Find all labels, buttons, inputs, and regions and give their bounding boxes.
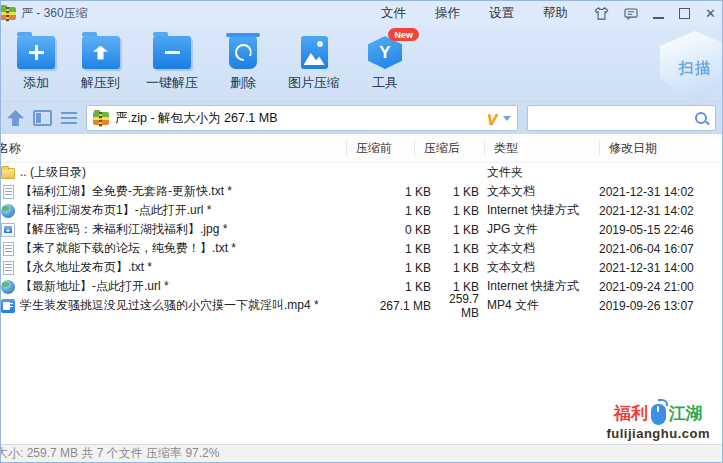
search-icon[interactable]	[695, 112, 707, 124]
column-header-date[interactable]: 修改日期	[599, 140, 722, 156]
360zip-window: 严 - 360压缩 文件操作设置帮助 ✕ 添加解压到一键解压删除图片压缩New工…	[0, 0, 723, 463]
minimize-icon[interactable]	[653, 9, 664, 19]
brand-v-icon: V	[487, 110, 497, 127]
size-before: 1 KB	[333, 280, 431, 294]
column-header-type[interactable]: 类型	[484, 140, 599, 156]
file-name-cell: 【最新地址】-点此打开.url *	[1, 278, 333, 295]
file-type: Internet 快捷方式	[479, 202, 599, 219]
file-list: 名称 压缩前 压缩后 类型 修改日期 .. (上级目录)文件夹【福利江湖】全免费…	[1, 134, 722, 315]
status-bar: 大小: 259.7 MB 共 7 个文件 压缩率 97.2%	[1, 444, 722, 462]
size-before: 267.1 MB	[333, 299, 431, 313]
size-before: 0 KB	[333, 223, 431, 237]
column-header-size-before[interactable]: 压缩前	[346, 140, 414, 156]
table-row[interactable]: 【福利江湖发布页1】-点此打开.url *1 KB1 KBInternet 快捷…	[1, 201, 722, 220]
pane-view-icon[interactable]	[33, 110, 52, 126]
file-date: 2021-09-24 21:00	[599, 280, 722, 294]
file-name: 学生装发骚挑逗没见过这么骚的小穴摸一下就淫叫.mp4 *	[20, 297, 319, 314]
toolbar-button-label: 一键解压	[146, 74, 198, 92]
file-name: 【来了就能下载的论坛，纯免费！】.txt *	[20, 240, 236, 257]
size-before: 1 KB	[333, 242, 431, 256]
file-rows: .. (上级目录)文件夹【福利江湖】全免费-无套路-更新快.txt *1 KB1…	[1, 163, 722, 315]
size-after: 1 KB	[431, 223, 479, 237]
table-row[interactable]: .. (上级目录)文件夹	[1, 163, 722, 182]
txt-file-icon	[3, 185, 14, 199]
file-name: .. (上级目录)	[20, 164, 86, 181]
file-name: 【福利江湖发布页1】-点此打开.url *	[20, 202, 211, 219]
table-row[interactable]: 学生装发骚挑逗没见过这么骚的小穴摸一下就淫叫.mp4 *267.1 MB259.…	[1, 296, 722, 315]
menu-item-2[interactable]: 设置	[489, 5, 514, 22]
column-header-size-after[interactable]: 压缩后	[414, 140, 484, 156]
maximize-icon[interactable]	[679, 8, 690, 19]
watermark-text-left: 福利	[614, 405, 648, 424]
file-name: 【福利江湖】全免费-无套路-更新快.txt *	[20, 183, 232, 200]
add-folder-icon	[17, 36, 55, 69]
file-name-cell: 【永久地址发布页】.txt *	[1, 259, 333, 276]
toolbar-button-image-compress[interactable]: 图片压缩	[288, 36, 340, 92]
file-date: 2021-12-31 14:00	[599, 261, 722, 275]
toolbar-button-extract-to[interactable]: 解压到	[81, 36, 120, 92]
up-level-icon[interactable]	[7, 110, 24, 126]
titlebar: 严 - 360压缩 文件操作设置帮助 ✕	[1, 1, 722, 26]
url-file-icon	[1, 280, 15, 294]
file-date: 2019-09-26 13:07	[599, 299, 722, 313]
toolbar-button-add-folder[interactable]: 添加	[17, 36, 55, 92]
scan-button-label: 扫描	[679, 59, 711, 78]
archive-path: 严.zip - 解包大小为 267.1 MB	[115, 110, 481, 127]
toolbar-button-one-click-extract[interactable]: 一键解压	[146, 36, 198, 92]
toolbar: 添加解压到一键解压删除图片压缩New工具 扫描	[1, 26, 722, 102]
size-after: 1 KB	[431, 242, 479, 256]
size-after: 1 KB	[431, 204, 479, 218]
toolbar-button-tools[interactable]: New工具	[366, 36, 404, 92]
delete-icon	[229, 36, 257, 69]
file-date: 2021-12-31 14:02	[599, 204, 722, 218]
column-header-name[interactable]: 名称	[1, 140, 346, 156]
zip-archive-icon	[0, 7, 16, 20]
menu-item-0[interactable]: 文件	[381, 5, 406, 22]
file-name-cell: .. (上级目录)	[1, 164, 333, 181]
url-file-icon	[1, 204, 15, 218]
toolbar-button-label: 删除	[230, 74, 256, 92]
file-type: 文本文档	[479, 259, 599, 276]
size-after: 1 KB	[431, 261, 479, 275]
search-input[interactable]	[536, 110, 695, 126]
table-row[interactable]: 【永久地址发布页】.txt *1 KB1 KB文本文档2021-12-31 14…	[1, 258, 722, 277]
window-controls: ✕	[594, 1, 716, 26]
toolbar-button-label: 工具	[372, 74, 398, 92]
file-date: 2021-06-04 16:07	[599, 242, 722, 256]
size-before: 1 KB	[333, 185, 431, 199]
window-title: 严 - 360压缩	[21, 5, 88, 22]
menu-item-3[interactable]: 帮助	[543, 5, 568, 22]
toolbar-button-delete[interactable]: 删除	[224, 36, 262, 92]
address-bar[interactable]: 严.zip - 解包大小为 267.1 MB V	[86, 105, 518, 131]
toolbar-button-label: 添加	[23, 74, 49, 92]
search-box[interactable]	[527, 105, 716, 131]
file-name-cell: 【来了就能下载的论坛，纯免费！】.txt *	[1, 240, 333, 257]
feedback-icon[interactable]	[624, 8, 638, 20]
file-name-cell: 【福利江湖】全免费-无套路-更新快.txt *	[1, 183, 333, 200]
file-type: Internet 快捷方式	[479, 278, 599, 295]
scan-button[interactable]: 扫描	[660, 31, 723, 105]
file-type: 文本文档	[479, 183, 599, 200]
toolbar-button-label: 图片压缩	[288, 74, 340, 92]
address-dropdown-icon[interactable]	[503, 116, 511, 121]
table-row[interactable]: 【最新地址】-点此打开.url *1 KB1 KBInternet 快捷方式20…	[1, 277, 722, 296]
table-row[interactable]: 【解压密码：来福利江湖找福利】.jpg *0 KB1 KBJPG 文件2019-…	[1, 220, 722, 239]
table-row[interactable]: 【福利江湖】全免费-无套路-更新快.txt *1 KB1 KB文本文档2021-…	[1, 182, 722, 201]
size-before: 1 KB	[333, 261, 431, 275]
one-click-extract-icon	[153, 36, 191, 69]
file-name: 【永久地址发布页】.txt *	[20, 259, 152, 276]
close-icon[interactable]: ✕	[705, 7, 716, 20]
file-name-cell: 【解压密码：来福利江湖找福利】.jpg *	[1, 221, 333, 238]
txt-file-icon	[3, 242, 14, 256]
skin-shirt-icon[interactable]	[594, 7, 609, 20]
file-type: 文件夹	[479, 164, 599, 181]
table-row[interactable]: 【来了就能下载的论坛，纯免费！】.txt *1 KB1 KB文本文档2021-0…	[1, 239, 722, 258]
menu-item-1[interactable]: 操作	[435, 5, 460, 22]
size-before: 1 KB	[333, 204, 431, 218]
zip-archive-icon	[93, 112, 109, 125]
new-badge: New	[388, 28, 419, 41]
size-after: 1 KB	[431, 185, 479, 199]
toolbar-button-label: 解压到	[81, 74, 120, 92]
list-view-icon[interactable]	[61, 112, 77, 124]
file-name-cell: 【福利江湖发布页1】-点此打开.url *	[1, 202, 333, 219]
